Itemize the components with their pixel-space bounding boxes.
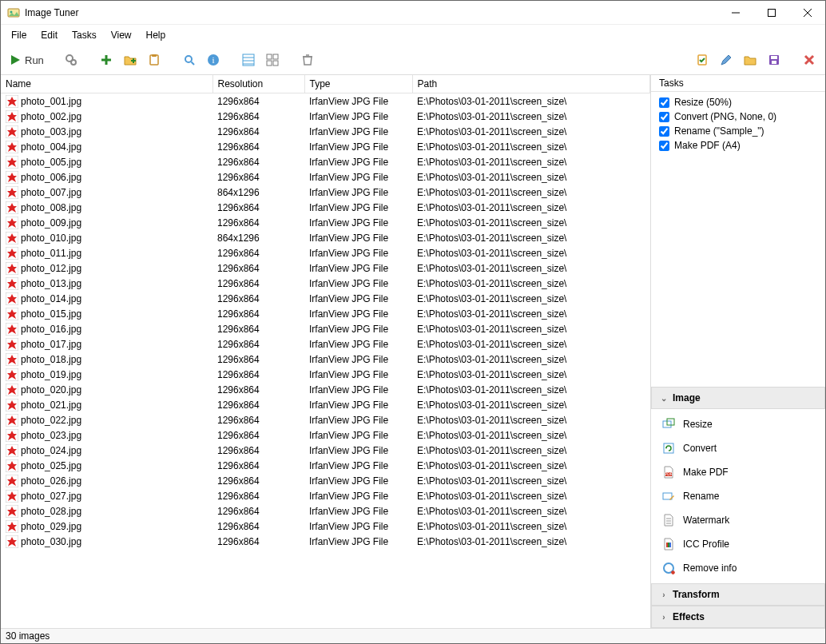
task-edit-button[interactable] [715,49,737,71]
table-row[interactable]: photo_022.jpg1296x864IrfanView JPG FileE… [1,412,650,427]
table-row[interactable]: photo_011.jpg1296x864IrfanView JPG FileE… [1,245,650,260]
file-path: E:\Photos\03-01-2011\screen_size\ [412,245,650,260]
task-save-button[interactable] [763,49,785,71]
file-path: E:\Photos\03-01-2011\screen_size\ [412,473,650,488]
column-header-resolution[interactable]: Resolution [212,75,304,93]
table-row[interactable]: photo_017.jpg1296x864IrfanView JPG FileE… [1,336,650,352]
table-row[interactable]: photo_008.jpg1296x864IrfanView JPG FileE… [1,200,650,215]
action-rename[interactable]: Rename [651,484,825,508]
table-row[interactable]: photo_016.jpg1296x864IrfanView JPG FileE… [1,321,650,336]
delete-button[interactable] [296,49,319,71]
file-type: IrfanView JPG File [304,397,412,412]
table-row[interactable]: photo_029.jpg1296x864IrfanView JPG FileE… [1,519,650,534]
file-resolution: 1296x864 [212,488,304,503]
file-resolution: 1296x864 [212,352,304,367]
info-button[interactable]: i [202,49,224,71]
table-row[interactable]: photo_018.jpg1296x864IrfanView JPG FileE… [1,352,650,367]
table-row[interactable]: photo_030.jpg1296x864IrfanView JPG FileE… [1,534,650,549]
table-row[interactable]: photo_021.jpg1296x864IrfanView JPG FileE… [1,397,650,412]
task-row[interactable]: Convert (PNG, None, 0) [659,109,817,124]
add-folder-button[interactable] [119,49,141,71]
jpg-file-icon [6,490,18,503]
accordion-header-effects[interactable]: ›Effects [651,606,825,628]
file-name: photo_001.jpg [21,96,81,107]
menu-file[interactable]: File [4,26,34,44]
table-row[interactable]: photo_014.jpg1296x864IrfanView JPG FileE… [1,291,650,306]
window-maximize-button[interactable] [753,1,789,24]
file-resolution: 1296x864 [212,291,304,306]
table-row[interactable]: photo_006.jpg1296x864IrfanView JPG FileE… [1,169,650,185]
search-button[interactable] [178,49,201,71]
action-convert[interactable]: Convert [651,436,825,460]
file-path: E:\Photos\03-01-2011\screen_size\ [412,109,650,124]
accordion-header-transform[interactable]: ›Transform [651,583,825,606]
menu-tasks[interactable]: Tasks [65,26,104,44]
menu-edit[interactable]: Edit [34,26,65,44]
settings-button[interactable] [60,49,82,71]
task-label: Make PDF (A4) [674,140,741,151]
action-remove-info[interactable]: Remove info [651,556,825,580]
table-row[interactable]: photo_026.jpg1296x864IrfanView JPG FileE… [1,473,650,488]
table-row[interactable]: photo_015.jpg1296x864IrfanView JPG FileE… [1,306,650,321]
action-icc-profile[interactable]: ICC Profile [651,532,825,556]
column-header-name[interactable]: Name [1,75,212,93]
task-check-button[interactable] [691,49,713,71]
table-row[interactable]: photo_019.jpg1296x864IrfanView JPG FileE… [1,367,650,382]
table-row[interactable]: photo_007.jpg864x1296IrfanView JPG FileE… [1,185,650,200]
file-list[interactable]: Name Resolution Type Path photo_001.jpg1… [1,75,651,628]
svg-line-16 [191,62,194,66]
table-row[interactable]: photo_004.jpg1296x864IrfanView JPG FileE… [1,139,650,154]
action-make-pdf[interactable]: PDFMake PDF [651,460,825,484]
menu-view[interactable]: View [104,26,139,44]
titlebar: Image Tuner [1,1,825,25]
file-resolution: 1296x864 [212,93,304,109]
task-checkbox[interactable] [659,97,669,108]
run-button[interactable]: Run [6,49,47,71]
task-checkbox[interactable] [659,126,669,137]
task-row[interactable]: Make PDF (A4) [659,138,817,153]
plus-icon [100,54,113,66]
task-row[interactable]: Resize (50%) [659,95,817,109]
accordion-header-image[interactable]: ⌄Image [651,387,825,409]
table-row[interactable]: photo_013.jpg1296x864IrfanView JPG FileE… [1,276,650,291]
table-row[interactable]: photo_002.jpg1296x864IrfanView JPG FileE… [1,109,650,124]
action-resize[interactable]: Resize [651,412,825,436]
table-row[interactable]: photo_025.jpg1296x864IrfanView JPG FileE… [1,458,650,473]
task-checkbox[interactable] [659,112,669,122]
file-resolution: 1296x864 [212,443,304,458]
table-row[interactable]: photo_023.jpg1296x864IrfanView JPG FileE… [1,427,650,443]
column-header-type[interactable]: Type [304,75,412,93]
table-row[interactable]: photo_024.jpg1296x864IrfanView JPG FileE… [1,443,650,458]
table-row[interactable]: photo_012.jpg1296x864IrfanView JPG FileE… [1,260,650,276]
jpg-file-icon [6,323,18,336]
file-type: IrfanView JPG File [304,260,412,276]
window-title: Image Tuner [25,7,717,18]
task-open-button[interactable] [739,49,761,71]
table-row[interactable]: photo_020.jpg1296x864IrfanView JPG FileE… [1,382,650,397]
table-row[interactable]: photo_001.jpg1296x864IrfanView JPG FileE… [1,93,650,109]
task-checkbox[interactable] [659,141,669,151]
table-row[interactable]: photo_003.jpg1296x864IrfanView JPG FileE… [1,124,650,139]
window-minimize-button[interactable] [717,1,753,24]
table-row[interactable]: photo_010.jpg864x1296IrfanView JPG FileE… [1,230,650,245]
table-row[interactable]: photo_027.jpg1296x864IrfanView JPG FileE… [1,488,650,503]
file-name: photo_002.jpg [21,111,81,122]
file-resolution: 1296x864 [212,215,304,230]
table-row[interactable]: photo_028.jpg1296x864IrfanView JPG FileE… [1,503,650,519]
file-resolution: 1296x864 [212,245,304,260]
table-row[interactable]: photo_009.jpg1296x864IrfanView JPG FileE… [1,215,650,230]
window-close-button[interactable] [789,1,825,24]
file-name: photo_011.jpg [21,248,81,259]
task-row[interactable]: Rename ("Sample_") [659,124,817,138]
view-details-button[interactable] [237,49,260,71]
file-resolution: 1296x864 [212,109,304,124]
action-watermark[interactable]: Watermark [651,508,825,532]
task-remove-button[interactable] [798,49,820,71]
add-button[interactable] [95,49,117,71]
column-header-path[interactable]: Path [412,75,650,93]
paste-button[interactable] [143,49,165,71]
removeinfo-icon [662,562,675,574]
menu-help[interactable]: Help [139,26,173,44]
view-thumbnails-button[interactable] [261,49,284,71]
table-row[interactable]: photo_005.jpg1296x864IrfanView JPG FileE… [1,154,650,169]
